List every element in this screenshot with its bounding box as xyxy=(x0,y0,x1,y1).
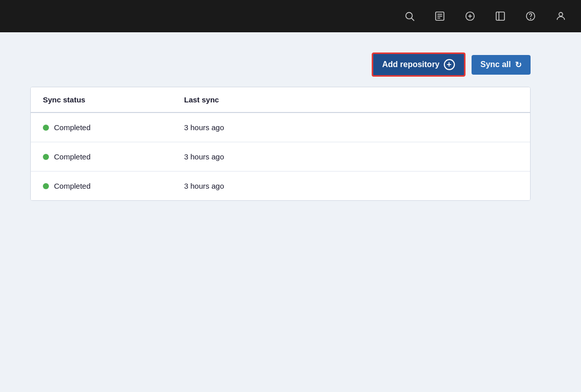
last-sync-cell-2: 3 hours ago xyxy=(184,152,518,161)
sync-all-label: Sync all xyxy=(481,60,511,69)
table-row: Completed 3 hours ago xyxy=(31,113,530,142)
add-repository-label: Add repository xyxy=(382,60,440,69)
add-repository-button[interactable]: Add repository + xyxy=(372,52,466,77)
status-cell-3: Completed xyxy=(43,182,184,190)
user-icon[interactable] xyxy=(553,8,569,24)
status-cell-1: Completed xyxy=(43,123,184,132)
status-dot-completed xyxy=(43,125,49,131)
search-icon[interactable] xyxy=(401,8,418,24)
table-row: Completed 3 hours ago xyxy=(31,142,530,172)
notes-icon[interactable] xyxy=(432,8,448,24)
svg-point-13 xyxy=(559,13,562,16)
main-content: Add repository + Sync all ↻ Sync status … xyxy=(0,32,581,392)
toolbar-row: Add repository + Sync all ↻ xyxy=(30,52,551,77)
sync-icon: ↻ xyxy=(515,60,521,70)
svg-point-0 xyxy=(406,13,413,19)
status-label-1: Completed xyxy=(54,123,91,132)
status-dot-completed-3 xyxy=(43,183,49,189)
svg-line-1 xyxy=(412,18,414,21)
status-cell-2: Completed xyxy=(43,152,184,161)
last-sync-cell-1: 3 hours ago xyxy=(184,123,518,132)
status-dot-completed-2 xyxy=(43,154,49,160)
status-label-3: Completed xyxy=(54,182,91,190)
table-row: Completed 3 hours ago xyxy=(31,172,530,200)
svg-rect-9 xyxy=(496,12,505,21)
navbar xyxy=(0,0,581,32)
last-sync-header: Last sync xyxy=(184,95,518,104)
status-label-2: Completed xyxy=(54,152,91,161)
add-circle-icon[interactable] xyxy=(462,8,478,24)
help-icon[interactable] xyxy=(522,8,539,24)
repositories-table: Sync status Last sync Completed 3 hours … xyxy=(30,87,531,201)
table-header: Sync status Last sync xyxy=(31,87,530,113)
plus-icon: + xyxy=(444,59,455,70)
panel-icon[interactable] xyxy=(492,8,508,24)
last-sync-cell-3: 3 hours ago xyxy=(184,182,518,190)
sync-status-header: Sync status xyxy=(43,95,184,104)
sync-all-button[interactable]: Sync all ↻ xyxy=(472,55,531,75)
svg-point-12 xyxy=(531,19,531,19)
